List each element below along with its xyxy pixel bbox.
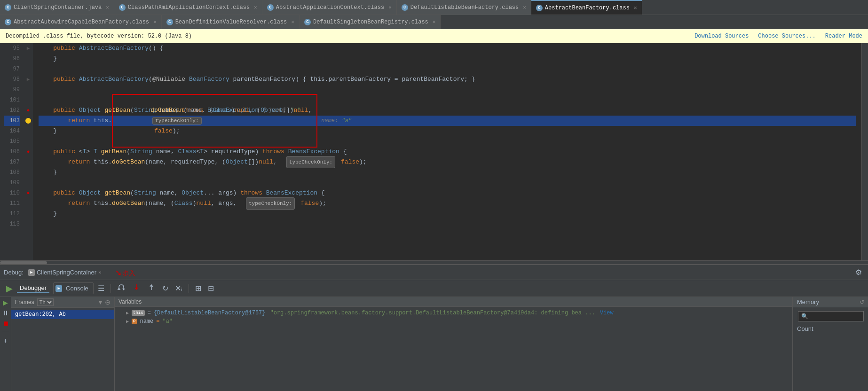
tab-label: AbstractBeanFactory.class <box>545 5 630 11</box>
resume-debug-btn[interactable]: ▶ <box>3 299 8 306</box>
debug-body: ▶ ⏸ ⏹ + Frames Th ▾ ⊝ getBean:202, Ab <box>0 297 868 391</box>
tab-abstract-autowire[interactable]: C AbstractAutowireCapableBeanFactory.cla… <box>0 15 162 29</box>
tab-close[interactable]: ✕ <box>153 19 157 25</box>
code-line-110: public Object getBean(String name, Objec… <box>39 188 856 198</box>
restore-layout-btn[interactable]: ⊟ <box>205 282 216 294</box>
tab-label: AbstractApplicationContext.class <box>276 4 384 11</box>
evaluate-btn[interactable]: ✕ᵢ <box>173 282 185 294</box>
tab-icon: C <box>536 5 543 11</box>
step-out-btn[interactable] <box>145 282 158 295</box>
line-numbers: 95 96 97 98 99 101 102 103 104 105 106 1… <box>0 43 24 260</box>
memory-search-input[interactable] <box>798 311 864 321</box>
count-label: Count <box>797 325 813 332</box>
debugger-tab[interactable]: Debugger <box>17 283 49 293</box>
toolbar-separator2 <box>189 284 189 293</box>
code-line-96: } <box>39 54 856 64</box>
settings-button[interactable]: ⚙ <box>853 266 864 278</box>
console-icon: ▶ <box>55 285 62 292</box>
run-to-cursor-btn[interactable]: ↻ <box>160 282 171 294</box>
this-icon: this <box>132 310 145 316</box>
session-label: ClientSpringContainer <box>37 269 96 276</box>
variables-panel-header: Variables <box>115 297 792 307</box>
add-session-btn[interactable]: + <box>3 337 7 344</box>
resume-button[interactable]: ▶ <box>4 282 15 295</box>
hint-box-typecheckonly2: typeCheckOnly: <box>286 156 335 168</box>
hint-box-typecheckonly3: typeCheckOnly: <box>246 197 295 210</box>
frames-table-btn[interactable]: ⊞ <box>193 282 204 294</box>
tab-close[interactable]: ✕ <box>433 19 436 25</box>
expand-arrow[interactable]: ▶ <box>126 310 129 316</box>
tab-bean-def-val[interactable]: C BeanDefinitionValueResolver.class ✕ <box>162 15 300 29</box>
toolbar-separator <box>110 284 111 293</box>
step-into-btn[interactable] <box>130 282 143 295</box>
tab-bar-top: C ClientSpringContainer.java ✕ C ClassPa… <box>0 0 868 15</box>
download-sources-link[interactable]: Download Sources <box>694 33 749 39</box>
tab-classpath-xml[interactable]: C ClassPathXmlApplicationContext.class ✕ <box>114 0 262 15</box>
debug-session-tab[interactable]: ▶ ClientSpringContainer ✕ <box>28 269 102 276</box>
code-line-112: } <box>39 209 856 219</box>
tab-icon: C <box>267 4 274 11</box>
tab-client-spring[interactable]: C ClientSpringContainer.java ✕ <box>0 0 114 15</box>
tab-icon: C <box>304 19 311 25</box>
debug-toolbar: ▶ Debugger ▶ Console ☰ ➘ 步入 <box>0 280 868 297</box>
editor-area: 95 96 97 98 99 101 102 103 104 105 106 1… <box>0 43 868 264</box>
frame-item[interactable]: getBean:202, Ab <box>11 310 114 319</box>
code-line-107: return this.doGetBean(name, requiredType… <box>39 157 856 167</box>
variable-name[interactable]: ▶ P name = "a" <box>115 317 792 326</box>
gutter: ▶ ▶ ● ● ● <box>24 43 33 260</box>
thread-dropdown-icon[interactable]: ▾ <box>99 298 102 306</box>
code-line-95: public AbstractBeanFactory() { <box>39 43 856 54</box>
tab-close[interactable]: ✕ <box>254 4 257 10</box>
tab-label: ClientSpringContainer.java <box>14 4 102 11</box>
tab-icon: C <box>119 4 126 11</box>
thread-select[interactable]: Th <box>37 298 54 306</box>
right-gutter <box>861 43 868 260</box>
pause-btn[interactable]: ⏸ <box>2 309 9 317</box>
expand-arrow[interactable]: ▶ <box>126 319 129 324</box>
frames-header-label: Frames <box>15 299 34 305</box>
console-tab-btn-group[interactable]: ▶ Console <box>53 282 94 294</box>
horizontal-scrollbar[interactable] <box>0 260 868 264</box>
code-line-98: public AbstractBeanFactory(@Nullable Bea… <box>39 74 856 85</box>
step-into-group: ➘ 步入 <box>130 282 143 295</box>
tab-icon: C <box>402 4 408 11</box>
svg-marker-0 <box>122 289 125 290</box>
scrollbar-thumb[interactable] <box>0 261 47 264</box>
debug-arrow-indicator <box>25 118 31 124</box>
tab-close[interactable]: ✕ <box>388 4 392 10</box>
tab-bar-second: C AbstractAutowireCapableBeanFactory.cla… <box>0 15 868 29</box>
debug-panel: Debug: ▶ ClientSpringContainer ✕ ⚙ ▶ Deb… <box>0 264 868 391</box>
tab-close[interactable]: ✕ <box>106 4 109 10</box>
tab-icon: C <box>5 4 11 11</box>
tab-icon: C <box>5 19 11 25</box>
reader-mode-link[interactable]: Reader Mode <box>825 33 862 39</box>
choose-sources-link[interactable]: Choose Sources... <box>758 33 815 39</box>
tab-default-singleton[interactable]: C DefaultSingletonBeanRegistry.class ✕ <box>300 15 441 29</box>
debug-title: Debug: <box>4 269 24 276</box>
tab-abstract-app[interactable]: C AbstractApplicationContext.class ✕ <box>262 0 397 15</box>
tab-close[interactable]: ✕ <box>634 5 637 11</box>
view-link[interactable]: View <box>600 310 614 316</box>
tab-label: DefaultSingletonBeanRegistry.class <box>313 19 428 25</box>
variable-this[interactable]: ▶ this = {DefaultListableBeanFactory@175… <box>115 309 792 317</box>
tab-default-listable[interactable]: C DefaultListableBeanFactory.class ✕ <box>397 0 531 15</box>
step-over-btn[interactable] <box>115 282 128 295</box>
tab-close[interactable]: ✕ <box>291 19 294 25</box>
memory-refresh-icon[interactable]: ↺ <box>860 299 864 305</box>
tab-label: BeanDefinitionValueResolver.class <box>175 19 287 25</box>
code-line-108: } <box>39 167 856 178</box>
session-close[interactable]: ✕ <box>98 269 102 275</box>
tab-close[interactable]: ✕ <box>523 4 526 10</box>
tab-abstract-bean[interactable]: C AbstractBeanFactory.class ✕ <box>531 0 642 15</box>
filter-icon[interactable]: ⊝ <box>105 298 110 306</box>
info-bar-links: Download Sources Choose Sources... Reade… <box>694 33 862 39</box>
code-line-111: return this.doGetBean(name, (Class)null,… <box>39 198 856 209</box>
code-line-99 <box>39 85 856 95</box>
variables-panel: Variables ▶ this = {DefaultListableBeanF… <box>115 297 793 391</box>
stack-frames-btn[interactable]: ☰ <box>95 282 107 294</box>
console-tab[interactable]: Console <box>63 284 91 293</box>
stop-btn[interactable]: ⏹ <box>2 320 9 327</box>
code-line-109 <box>39 178 856 188</box>
code-lines[interactable]: public AbstractBeanFactory() { } public … <box>33 43 861 260</box>
memory-header: Memory ↺ <box>793 297 868 307</box>
